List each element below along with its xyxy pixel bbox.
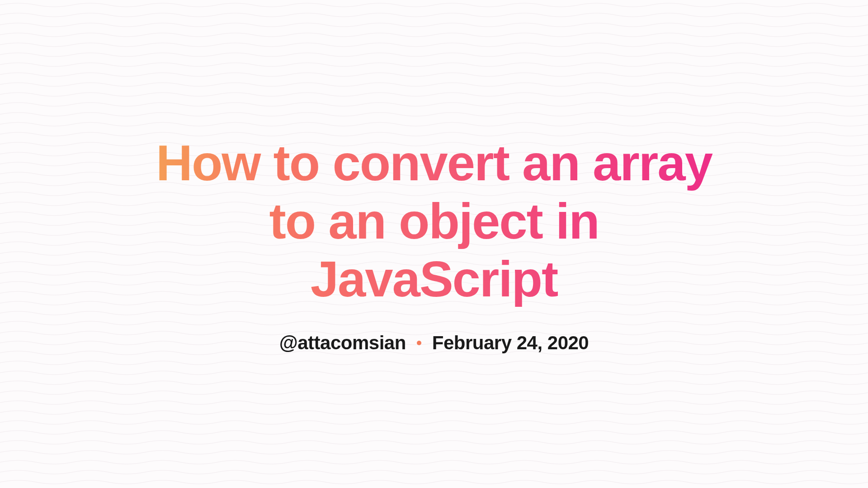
separator-dot-icon bbox=[417, 341, 421, 345]
content-container: How to convert an array to an object in … bbox=[118, 134, 750, 354]
author-handle: @attacomsian bbox=[279, 332, 406, 354]
page-title: How to convert an array to an object in … bbox=[145, 134, 723, 309]
meta-row: @attacomsian February 24, 2020 bbox=[145, 332, 723, 354]
publish-date: February 24, 2020 bbox=[432, 332, 589, 354]
